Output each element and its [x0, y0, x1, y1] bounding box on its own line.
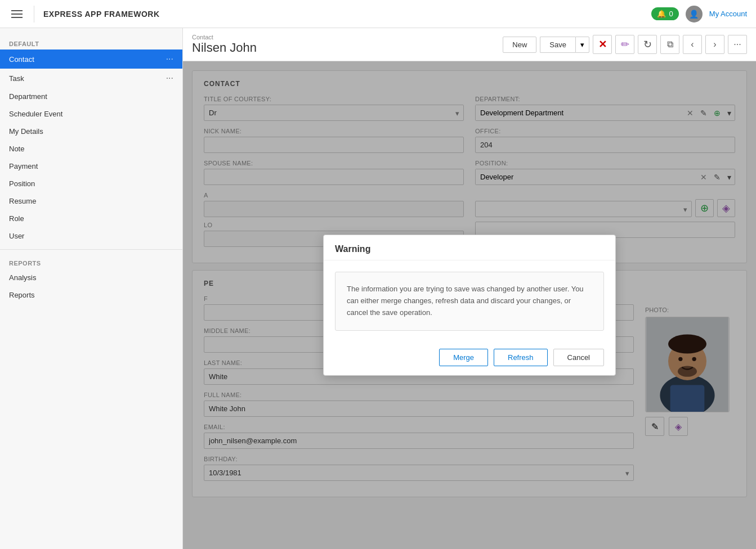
warning-modal: Warning The information you are trying t… [323, 235, 616, 375]
ellipsis-icon: ··· [733, 39, 741, 50]
top-nav: EXPRESS APP FRAMEWORK 🔔 0 👤 My Account [0, 0, 756, 28]
modal-footer: Merge Refresh Cancel [324, 342, 615, 375]
record-name: Nilsen John [192, 40, 257, 55]
record-type-label: Contact [192, 34, 257, 40]
app-title: EXPRESS APP FRAMEWORK [43, 10, 642, 19]
sidebar-item-user[interactable]: User [0, 227, 182, 245]
nav-divider [34, 6, 34, 22]
delete-icon: ✕ [598, 38, 607, 51]
sidebar-item-label: Scheduler Event [9, 110, 173, 118]
sidebar-item-label: Resume [9, 197, 173, 205]
new-button[interactable]: New [503, 37, 536, 53]
sidebar-divider [0, 249, 182, 250]
sidebar-item-label: Department [9, 92, 173, 101]
sidebar-item-payment[interactable]: Payment [0, 158, 182, 175]
erase-button[interactable]: ✏ [615, 35, 634, 54]
refresh-button-modal[interactable]: Refresh [494, 349, 548, 366]
nav-right: 🔔 0 👤 My Account [651, 6, 747, 22]
notification-badge[interactable]: 🔔 0 [651, 7, 679, 20]
cancel-button[interactable]: Cancel [553, 349, 604, 366]
sidebar-item-analysis[interactable]: Analysis [0, 269, 182, 286]
form-area: CONTACT TITLE OF COURTESY: Dr Mr Mrs Ms [183, 61, 756, 549]
erase-icon: ✏ [621, 38, 629, 51]
sidebar-item-dots[interactable]: ··· [166, 54, 173, 64]
hamburger-icon[interactable] [9, 8, 25, 20]
next-button[interactable]: › [705, 35, 724, 54]
modal-message: The information you are trying to save w… [335, 272, 604, 330]
sidebar-item-scheduler-event[interactable]: Scheduler Event [0, 105, 182, 123]
chevron-down-icon: ▾ [580, 40, 584, 49]
sidebar: DEFAULT Contact ··· Task ··· Department … [0, 28, 183, 549]
save-button-group: Save ▾ [540, 37, 589, 53]
sidebar-item-label: Task [9, 74, 166, 83]
sidebar-item-label: Payment [9, 162, 173, 170]
sidebar-item-label: Position [9, 179, 173, 188]
toolbar: Contact Nilsen John New Save ▾ ✕ ✏ ↻ ⧉ [183, 28, 756, 61]
sidebar-item-contact[interactable]: Contact ··· [0, 50, 182, 69]
more-button[interactable]: ··· [728, 35, 747, 54]
sidebar-item-resume[interactable]: Resume [0, 192, 182, 210]
content-area: Contact Nilsen John New Save ▾ ✕ ✏ ↻ ⧉ [183, 28, 756, 549]
warning-modal-overlay: Warning The information you are trying t… [183, 61, 756, 549]
copy-icon: ⧉ [667, 39, 673, 50]
notification-count: 0 [669, 10, 673, 18]
modal-header: Warning [324, 235, 615, 260]
my-account-link[interactable]: My Account [709, 10, 747, 18]
sidebar-item-role[interactable]: Role [0, 210, 182, 227]
copy-button[interactable]: ⧉ [660, 35, 679, 54]
sidebar-item-dots[interactable]: ··· [166, 73, 173, 83]
sidebar-item-task[interactable]: Task ··· [0, 69, 182, 88]
sidebar-item-my-details[interactable]: My Details [0, 123, 182, 140]
main-layout: DEFAULT Contact ··· Task ··· Department … [0, 28, 756, 549]
sidebar-item-label: Analysis [9, 273, 173, 282]
sidebar-item-position[interactable]: Position [0, 175, 182, 192]
bell-icon: 🔔 [657, 10, 666, 18]
sidebar-default-label: DEFAULT [0, 35, 182, 50]
sidebar-item-label: Role [9, 214, 173, 223]
delete-button[interactable]: ✕ [593, 35, 612, 54]
chevron-left-icon: ‹ [691, 39, 694, 50]
merge-button[interactable]: Merge [439, 349, 488, 366]
sidebar-reports-label: REPORTS [0, 254, 182, 269]
sidebar-item-label: Contact [9, 55, 166, 64]
sidebar-item-label: My Details [9, 127, 173, 136]
sidebar-item-label: Reports [9, 291, 173, 299]
chevron-right-icon: › [713, 39, 716, 50]
modal-body: The information you are trying to save w… [324, 260, 615, 341]
sidebar-item-label: User [9, 232, 173, 240]
sidebar-item-label: Note [9, 145, 173, 153]
sidebar-item-reports[interactable]: Reports [0, 286, 182, 304]
refresh-button[interactable]: ↻ [638, 35, 657, 54]
toolbar-title: Contact Nilsen John [192, 34, 257, 55]
save-dropdown-button[interactable]: ▾ [575, 37, 589, 53]
sidebar-item-note[interactable]: Note [0, 140, 182, 158]
prev-button[interactable]: ‹ [683, 35, 702, 54]
refresh-icon: ↻ [643, 38, 652, 51]
save-button[interactable]: Save [540, 37, 575, 53]
sidebar-item-department[interactable]: Department [0, 88, 182, 105]
user-avatar[interactable]: 👤 [686, 6, 703, 22]
